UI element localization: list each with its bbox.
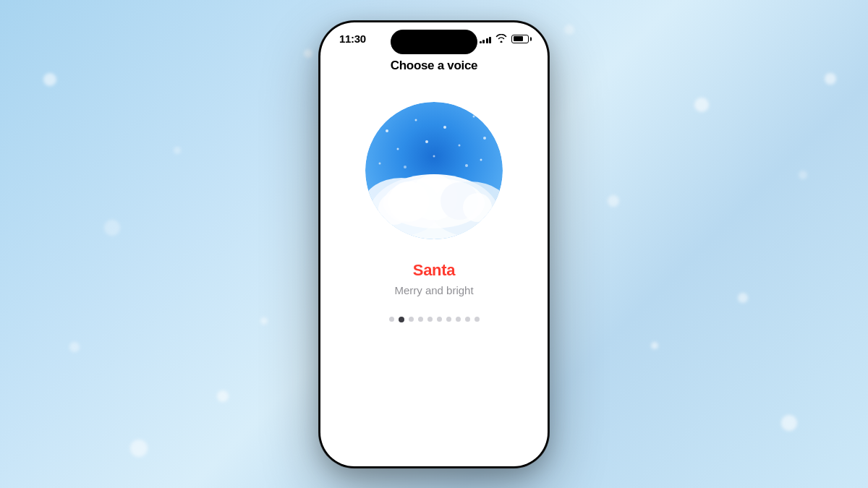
svg-point-9 bbox=[378, 193, 410, 225]
signal-bar-1 bbox=[480, 41, 482, 43]
bokeh-spot bbox=[69, 342, 80, 352]
signal-bar-2 bbox=[482, 40, 485, 43]
pagination-dots bbox=[389, 317, 480, 322]
phone-screen: 11:30 bbox=[320, 22, 548, 466]
battery-fill bbox=[514, 36, 523, 41]
pagination-dot[interactable] bbox=[399, 317, 404, 322]
svg-point-20 bbox=[480, 158, 482, 160]
svg-point-11 bbox=[386, 129, 388, 132]
svg-point-13 bbox=[443, 126, 446, 129]
svg-point-15 bbox=[397, 147, 399, 150]
bokeh-spot bbox=[304, 49, 312, 58]
pagination-dot[interactable] bbox=[446, 317, 451, 322]
voice-avatar[interactable] bbox=[365, 102, 503, 239]
voice-description: Merry and bright bbox=[394, 284, 473, 296]
svg-point-16 bbox=[425, 140, 428, 143]
bokeh-spot bbox=[217, 390, 229, 402]
pagination-dot[interactable] bbox=[427, 317, 433, 322]
pagination-dot[interactable] bbox=[437, 317, 442, 322]
bokeh-spot bbox=[43, 73, 56, 86]
svg-point-10 bbox=[463, 193, 492, 222]
bokeh-spot bbox=[781, 415, 797, 431]
pagination-dot[interactable] bbox=[465, 317, 470, 322]
svg-point-14 bbox=[473, 115, 475, 117]
status-time: 11:30 bbox=[339, 33, 366, 45]
bokeh-spot bbox=[608, 195, 619, 207]
svg-point-17 bbox=[459, 144, 461, 146]
pagination-dot[interactable] bbox=[418, 317, 423, 322]
signal-icon bbox=[480, 35, 492, 43]
svg-point-19 bbox=[379, 162, 381, 164]
svg-point-21 bbox=[404, 166, 407, 168]
status-icons bbox=[480, 33, 529, 46]
screen-content: Choose a voice bbox=[320, 51, 548, 466]
battery-icon bbox=[511, 35, 529, 43]
pagination-dot[interactable] bbox=[475, 317, 480, 322]
bokeh-spot bbox=[174, 147, 181, 154]
bokeh-spot bbox=[260, 317, 268, 325]
bokeh-spot bbox=[825, 73, 836, 85]
bokeh-spot bbox=[694, 98, 709, 112]
svg-point-18 bbox=[483, 137, 486, 140]
wifi-icon bbox=[495, 33, 507, 46]
phone-frame: 11:30 bbox=[318, 20, 550, 468]
bokeh-spot bbox=[564, 25, 574, 35]
bokeh-spot bbox=[799, 171, 807, 179]
svg-point-12 bbox=[415, 119, 417, 121]
page-title: Choose a voice bbox=[391, 59, 478, 73]
pagination-dot[interactable] bbox=[409, 317, 414, 322]
svg-point-22 bbox=[433, 155, 435, 157]
bokeh-spot bbox=[104, 220, 120, 236]
bokeh-spot bbox=[130, 440, 148, 457]
pagination-dot[interactable] bbox=[456, 317, 461, 322]
svg-point-23 bbox=[465, 164, 468, 167]
pagination-dot[interactable] bbox=[389, 317, 394, 322]
signal-bar-3 bbox=[486, 38, 488, 43]
dynamic-island bbox=[391, 30, 477, 54]
voice-name: Santa bbox=[413, 261, 455, 280]
signal-bar-4 bbox=[489, 37, 491, 43]
bokeh-spot bbox=[738, 293, 748, 303]
bokeh-spot bbox=[651, 342, 658, 349]
